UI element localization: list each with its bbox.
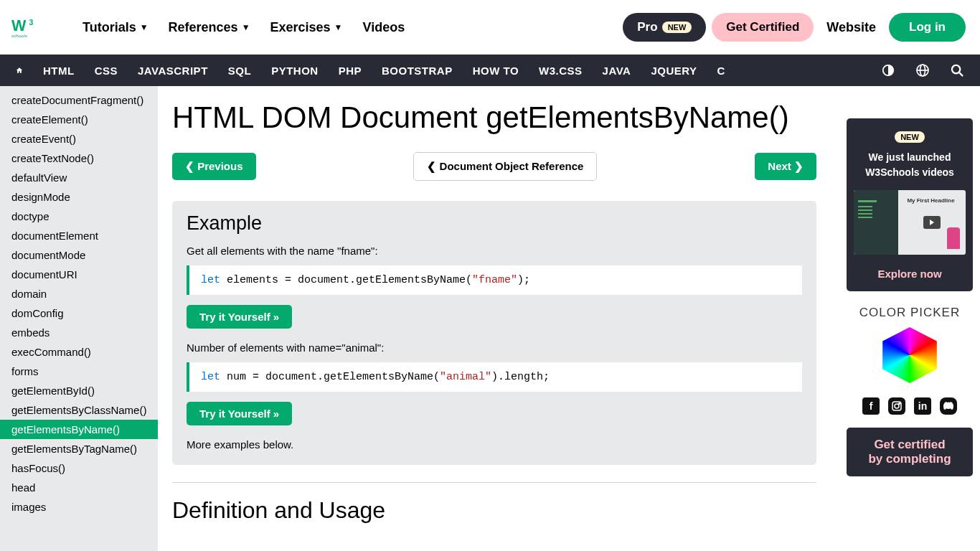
sidebar-item[interactable]: defaultView (0, 168, 158, 187)
top-menu: Tutorials▼ References▼ Exercises▼ Videos (74, 14, 413, 41)
secondary-nav: HTML CSS JAVASCRIPT SQL PYTHON PHP BOOTS… (0, 55, 980, 86)
svg-point-11 (899, 403, 900, 405)
try-it-button-1[interactable]: Try it Yourself » (187, 305, 292, 329)
sidebar-item[interactable]: getElementsByName() (0, 420, 158, 439)
nav-howto[interactable]: HOW TO (463, 55, 529, 86)
reference-button[interactable]: ❮ Document Object Reference (413, 152, 597, 181)
nav-c[interactable]: C (707, 55, 735, 86)
sidebar-item[interactable]: head (0, 478, 158, 497)
menu-tutorials[interactable]: Tutorials▼ (74, 14, 157, 41)
next-button[interactable]: Next ❯ (755, 153, 816, 180)
sidebar-item[interactable]: createDocumentFragment() (0, 90, 158, 110)
logo[interactable]: W3schools (11, 17, 65, 37)
page-title: HTML DOM Document getElementsByName() (172, 100, 816, 135)
menu-videos[interactable]: Videos (354, 14, 413, 41)
sidebar-item[interactable]: domConfig (0, 303, 158, 323)
top-nav: W3schools Tutorials▼ References▼ Exercis… (0, 0, 980, 55)
main-content: HTML DOM Document getElementsByName() ❮ … (158, 86, 839, 551)
svg-line-8 (959, 72, 963, 76)
sidebar-item[interactable]: createEvent() (0, 129, 158, 149)
sidebar-item[interactable]: createElement() (0, 110, 158, 129)
nav-python[interactable]: PYTHON (261, 55, 329, 86)
sidebar-item[interactable]: documentMode (0, 245, 158, 265)
pro-button[interactable]: ProNEW (623, 13, 706, 42)
explore-link[interactable]: Explore now (854, 268, 966, 280)
login-button[interactable]: Log in (889, 13, 966, 42)
instagram-icon[interactable] (888, 397, 905, 415)
sidebar-item[interactable]: getElementById() (0, 381, 158, 400)
nav-bootstrap[interactable]: BOOTSTRAP (372, 55, 463, 86)
example-desc-1: Get all elements with the name "fname": (187, 245, 802, 257)
svg-text:W: W (11, 17, 27, 34)
svg-point-7 (951, 65, 959, 72)
nav-css[interactable]: CSS (85, 55, 128, 86)
sidebar-item[interactable]: getElementsByClassName() (0, 400, 158, 420)
right-column: NEW We just launched W3Schools videos Ex… (839, 86, 980, 551)
more-examples-text: More examples below. (187, 438, 802, 451)
new-badge: NEW (662, 22, 692, 33)
play-icon (923, 216, 941, 229)
sidebar-item[interactable]: getElementsByTagName() (0, 439, 158, 458)
sidebar-item[interactable]: documentElement (0, 226, 158, 245)
svg-text:schools: schools (11, 33, 27, 37)
sidebar-item[interactable]: forms (0, 362, 158, 381)
sidebar-item[interactable]: documentURI (0, 265, 158, 284)
certified-card[interactable]: Get certified by completing (847, 428, 973, 476)
search-icon[interactable] (940, 55, 974, 86)
videos-launch-text: We just launched W3Schools videos (854, 150, 966, 180)
sidebar: createDocumentFragment()createElement()c… (0, 86, 158, 551)
previous-button[interactable]: ❮ Previous (172, 153, 256, 180)
new-badge: NEW (895, 131, 925, 143)
sidebar-item[interactable]: designMode (0, 187, 158, 207)
get-certified-button[interactable]: Get Certified (712, 13, 814, 42)
caret-down-icon: ▼ (334, 22, 343, 32)
sidebar-item[interactable]: execCommand() (0, 342, 158, 362)
svg-text:3: 3 (29, 19, 33, 27)
example-heading: Example (187, 212, 802, 235)
color-picker-icon[interactable] (878, 327, 941, 383)
menu-references[interactable]: References▼ (160, 14, 259, 41)
sidebar-item[interactable]: doctype (0, 207, 158, 226)
sidebar-item[interactable]: embeds (0, 323, 158, 342)
nav-js[interactable]: JAVASCRIPT (128, 55, 218, 86)
nav-w3css[interactable]: W3.CSS (529, 55, 593, 86)
caret-down-icon: ▼ (242, 22, 250, 32)
facebook-icon[interactable]: f (862, 397, 880, 415)
sidebar-item[interactable]: createTextNode() (0, 149, 158, 168)
divider (172, 482, 816, 483)
nav-jquery[interactable]: JQUERY (641, 55, 707, 86)
videos-card: NEW We just launched W3Schools videos Ex… (847, 118, 973, 291)
website-link[interactable]: Website (816, 14, 886, 41)
sidebar-item[interactable]: domain (0, 284, 158, 303)
caret-down-icon: ▼ (140, 22, 149, 32)
darkmode-icon[interactable] (871, 55, 905, 86)
home-icon[interactable] (6, 55, 33, 86)
nav-php[interactable]: PHP (329, 55, 372, 86)
sidebar-item[interactable]: hasFocus() (0, 458, 158, 478)
nav-sql[interactable]: SQL (218, 55, 261, 86)
linkedin-icon[interactable]: in (914, 397, 931, 415)
social-row: f in (847, 397, 973, 415)
discord-icon[interactable] (940, 397, 957, 415)
code-block-2: let num = document.getElementsByName("an… (187, 362, 802, 392)
example-desc-2: Number of elements with name="animal": (187, 342, 802, 354)
color-picker-heading: COLOR PICKER (847, 306, 973, 320)
svg-point-10 (895, 404, 899, 408)
example-box: Example Get all elements with the name "… (172, 201, 816, 465)
code-block-1: let elements = document.getElementsByNam… (187, 265, 802, 295)
nav-html[interactable]: HTML (33, 55, 85, 86)
try-it-button-2[interactable]: Try it Yourself » (187, 402, 292, 425)
video-thumbnail[interactable] (854, 190, 966, 255)
definition-heading: Definition and Usage (172, 497, 816, 524)
menu-exercises[interactable]: Exercises▼ (262, 14, 352, 41)
nav-java[interactable]: JAVA (593, 55, 641, 86)
globe-icon[interactable] (905, 55, 940, 86)
sidebar-item[interactable]: images (0, 497, 158, 517)
